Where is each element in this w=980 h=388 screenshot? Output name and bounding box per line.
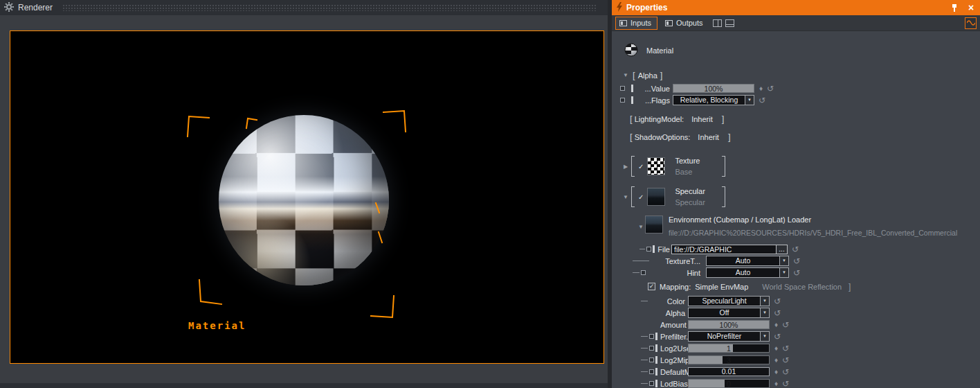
environment-text: Environment (Cubemap / LongLat) Loader f… xyxy=(669,214,980,242)
mapping-value[interactable]: Simple EnvMap xyxy=(695,283,748,291)
application-window: Renderer Material xyxy=(0,0,980,388)
log2use-slider[interactable]: 1 xyxy=(688,344,770,353)
connector-bar xyxy=(655,356,657,364)
properties-header: Properties × xyxy=(612,0,980,15)
keyframe-icon[interactable]: ♦ xyxy=(774,368,778,376)
environment-thumbnail[interactable] xyxy=(645,215,663,233)
reset-icon[interactable]: ↺ xyxy=(782,320,789,330)
color-dropdown[interactable]: SpecularLight ▼ xyxy=(688,296,770,306)
specular-node-row[interactable]: ▼ ✓ Specular Specular xyxy=(612,184,980,210)
chevron-down-icon: ▼ xyxy=(760,332,769,341)
connector-line xyxy=(633,272,639,273)
animate-checkbox[interactable] xyxy=(620,98,625,103)
reset-icon[interactable]: ↺ xyxy=(774,332,781,342)
reset-icon[interactable]: ↺ xyxy=(782,355,789,365)
keyframe-icon[interactable]: ♦ xyxy=(774,380,778,387)
reset-icon[interactable]: ↺ xyxy=(782,344,789,353)
animate-checkbox[interactable] xyxy=(641,270,646,275)
reset-icon[interactable]: ↺ xyxy=(782,367,789,377)
renderer-scrollbar[interactable] xyxy=(0,383,608,388)
keyframe-icon[interactable]: ♦ xyxy=(774,321,778,328)
connector xyxy=(612,380,660,387)
reset-icon[interactable]: ↺ xyxy=(793,256,800,266)
split-vertical-icon[interactable] xyxy=(713,19,722,27)
defaultm-field[interactable]: 0.01 xyxy=(688,367,770,376)
curve-editor-icon[interactable] xyxy=(965,17,977,29)
lighting-model-value: Inherit xyxy=(691,115,713,123)
dropdown-value: Auto xyxy=(707,256,779,265)
file-row: File file://D:/GRAPHIC ... ↺ xyxy=(612,243,980,255)
lodbias-slider[interactable]: 0 xyxy=(688,379,770,388)
render-viewport[interactable]: Material xyxy=(10,30,604,364)
mapping-checkbox[interactable]: ✓ xyxy=(648,283,655,290)
reset-icon[interactable]: ↺ xyxy=(782,379,789,388)
bracket-close: ] xyxy=(722,114,725,124)
shadow-options-row[interactable]: [ ShadowOptions: Inherit ] xyxy=(612,132,980,142)
amount-row: Amount 100% ♦ ↺ xyxy=(612,319,980,330)
collapse-open-icon[interactable]: ▼ xyxy=(637,224,645,242)
prefilter-row: Prefilter... NoPrefilter ▼ ↺ xyxy=(612,330,980,342)
keyframe-icon[interactable]: ♦ xyxy=(774,344,778,352)
lodbias-label: LodBias xyxy=(660,380,685,388)
connector-bar xyxy=(655,344,657,352)
reset-icon[interactable]: ↺ xyxy=(774,297,781,306)
animate-checkbox[interactable] xyxy=(649,369,654,374)
close-icon[interactable]: × xyxy=(966,2,976,13)
keyframe-icon[interactable]: ♦ xyxy=(759,85,763,92)
chevron-down-icon: ▼ xyxy=(779,268,788,277)
tab-outputs[interactable]: Outputs xyxy=(661,17,709,30)
bracket-close: ] xyxy=(728,132,731,142)
keyframe-icon[interactable]: ♦ xyxy=(774,356,778,364)
reset-icon[interactable]: ↺ xyxy=(793,268,800,278)
hint-dropdown[interactable]: Auto ▼ xyxy=(706,267,789,278)
split-horizontal-icon[interactable] xyxy=(725,19,734,27)
texture-type-label: TextureT... xyxy=(655,257,700,265)
node-bracket-left xyxy=(631,156,635,177)
collapse-closed-icon[interactable]: ▶ xyxy=(621,164,630,170)
animate-checkbox[interactable] xyxy=(649,346,654,351)
titlebar-drag-texture[interactable] xyxy=(62,4,597,11)
animate-checkbox[interactable] xyxy=(620,86,625,91)
chevron-down-icon: ▼ xyxy=(779,256,788,265)
texture-thumbnail[interactable] xyxy=(647,157,665,175)
specular-thumbnail[interactable] xyxy=(647,188,665,206)
collapse-open-icon[interactable]: ▼ xyxy=(621,72,630,78)
bracket-open: [ xyxy=(630,132,633,142)
collapse-open-icon[interactable]: ▼ xyxy=(621,194,630,200)
reset-icon[interactable]: ↺ xyxy=(774,308,781,318)
reset-icon[interactable]: ↺ xyxy=(759,96,765,105)
connector-bar xyxy=(631,96,633,104)
lighting-model-row[interactable]: [ LightingModel: Inherit ] xyxy=(612,114,980,124)
animate-checkbox[interactable] xyxy=(649,334,654,339)
log2mip-slider[interactable]: 3 xyxy=(688,355,770,364)
animate-checkbox[interactable] xyxy=(649,381,654,386)
animate-checkbox[interactable] xyxy=(649,358,654,362)
node-bracket-right xyxy=(722,186,725,207)
connector-bar xyxy=(631,85,633,92)
value-slider[interactable]: 100% xyxy=(673,84,754,93)
texture-type-dropdown[interactable]: Auto ▼ xyxy=(706,256,789,266)
color-row: Color SpecularLight ▼ ↺ xyxy=(612,295,980,307)
gear-icon[interactable] xyxy=(4,2,14,13)
node-header: Material xyxy=(612,41,980,60)
node-name: Material xyxy=(646,46,673,55)
mapping-alt-option[interactable]: World Space Reflection xyxy=(762,283,842,291)
animate-checkbox[interactable] xyxy=(646,247,651,252)
flags-dropdown[interactable]: Relative, Blocking ▼ xyxy=(673,95,754,105)
alpha-row: Alpha Off ▼ ↺ xyxy=(612,307,980,319)
texture-node-row[interactable]: ▶ ✓ Texture Base xyxy=(612,153,980,179)
reset-icon[interactable]: ↺ xyxy=(767,84,774,94)
properties-body: Material ▼ [ Alpha ] ...Value 100% ♦ xyxy=(612,41,980,388)
enabled-check-icon[interactable]: ✓ xyxy=(638,163,644,170)
browse-button[interactable]: ... xyxy=(777,245,788,254)
pin-icon[interactable] xyxy=(951,3,958,12)
reset-icon[interactable]: ↺ xyxy=(792,245,799,254)
amount-slider[interactable]: 100% xyxy=(688,320,770,329)
defaultm-label: DefaultM... xyxy=(660,368,685,376)
tab-inputs[interactable]: Inputs xyxy=(615,17,657,30)
alpha-dropdown[interactable]: Off ▼ xyxy=(688,308,770,318)
enabled-check-icon[interactable]: ✓ xyxy=(638,193,644,201)
shadow-options-label: ShadowOptions: xyxy=(635,133,691,141)
file-path-field[interactable]: file://D:/GRAPHIC xyxy=(671,245,777,254)
prefilter-dropdown[interactable]: NoPrefilter ▼ xyxy=(688,331,770,342)
